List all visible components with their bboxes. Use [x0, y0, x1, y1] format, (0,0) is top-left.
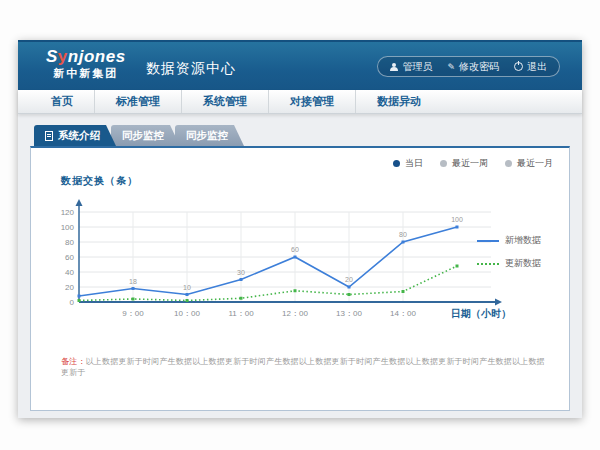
range-option-0[interactable]: 当日	[393, 157, 423, 170]
svg-text:9：00: 9：00	[122, 309, 144, 318]
range-option-label: 最近一周	[452, 157, 488, 170]
legend-item-updated-data: 更新数据	[477, 257, 559, 270]
logout-button[interactable]: 退出	[514, 60, 547, 74]
brand-logo: Synjones 新中新集团	[46, 48, 126, 79]
tab-label: 系统介绍	[58, 125, 100, 146]
document-icon	[45, 131, 53, 141]
svg-text:30: 30	[237, 269, 245, 276]
range-option-1[interactable]: 最近一周	[440, 157, 488, 170]
footnote-prefix: 备注：	[61, 357, 86, 366]
nav-item-4[interactable]: 数据异动	[356, 90, 442, 113]
userbar-item-label: 修改密码	[459, 60, 499, 74]
svg-text:40: 40	[65, 268, 74, 277]
brand-logo-text: Synjones	[46, 48, 126, 67]
legend-label: 更新数据	[505, 257, 541, 270]
footnote-text: 以上数据更新于时间产生数据以上数据更新于时间产生数据以上数据更新于时间产生数据以…	[61, 357, 545, 377]
admin-user-button[interactable]: 管理员	[390, 60, 432, 74]
svg-text:14：00: 14：00	[390, 309, 416, 318]
footnote: 备注：以上数据更新于时间产生数据以上数据更新于时间产生数据以上数据更新于时间产生…	[61, 356, 551, 378]
user-icon	[390, 63, 398, 71]
content-area: 系统介绍同步监控同步监控 当日最近一周最近一月 数据交换（条） 02040608…	[18, 114, 582, 418]
tab-2[interactable]: 同步监控	[175, 125, 244, 146]
svg-text:80: 80	[399, 231, 407, 238]
nav-item-1[interactable]: 标准管理	[95, 90, 182, 113]
app-header: Synjones 新中新集团 数据资源中心 管理员✎修改密码退出	[18, 40, 582, 90]
tab-label: 同步监控	[186, 125, 228, 146]
userbar-item-label: 管理员	[402, 60, 432, 74]
nav-item-2[interactable]: 系统管理	[182, 90, 269, 113]
tab-label: 同步监控	[122, 125, 164, 146]
nav-item-3[interactable]: 对接管理	[269, 90, 356, 113]
svg-text:100: 100	[61, 223, 75, 232]
svg-text:20: 20	[65, 283, 74, 292]
svg-text:80: 80	[65, 238, 74, 247]
svg-text:12：00: 12：00	[282, 309, 308, 318]
tab-bar: 系统介绍同步监控同步监控	[34, 125, 582, 146]
blue-line-sample	[477, 240, 499, 242]
radio-icon	[393, 160, 400, 167]
svg-text:13：00: 13：00	[336, 309, 362, 318]
change-password-button[interactable]: ✎修改密码	[447, 60, 499, 74]
userbar-item-label: 退出	[527, 60, 547, 74]
brand-logo-subtext: 新中新集团	[46, 67, 126, 79]
chart-panel: 当日最近一周最近一月 数据交换（条） 0204060801001209：0010…	[30, 146, 570, 411]
tab-0[interactable]: 系统介绍	[34, 125, 116, 146]
page-title: 数据资源中心	[146, 60, 236, 78]
svg-text:18: 18	[129, 278, 137, 285]
tab-1[interactable]: 同步监控	[111, 125, 180, 146]
svg-text:11：00: 11：00	[228, 309, 254, 318]
radio-icon	[505, 160, 512, 167]
brand-logo-accent: y	[58, 47, 68, 66]
line-chart: 0204060801001209：0010：0011：0012：0013：001…	[43, 190, 513, 342]
radio-icon	[440, 160, 447, 167]
svg-text:0: 0	[70, 298, 75, 307]
app-window: Synjones 新中新集团 数据资源中心 管理员✎修改密码退出 首页标准管理系…	[18, 40, 582, 418]
svg-text:10：00: 10：00	[174, 309, 200, 318]
svg-text:60: 60	[65, 253, 74, 262]
series-legend: 新增数据 更新数据	[477, 234, 559, 280]
user-toolbar: 管理员✎修改密码退出	[377, 56, 560, 77]
svg-text:60: 60	[291, 246, 299, 253]
power-icon	[514, 62, 523, 71]
svg-text:日期（小时）: 日期（小时）	[451, 308, 511, 319]
nav-item-0[interactable]: 首页	[30, 90, 95, 113]
green-dotted-line-sample	[477, 263, 499, 265]
main-nav: 首页标准管理系统管理对接管理数据异动	[18, 90, 582, 114]
svg-text:20: 20	[345, 276, 353, 283]
svg-text:100: 100	[451, 216, 463, 223]
legend-label: 新增数据	[505, 234, 541, 247]
svg-text:120: 120	[61, 208, 75, 217]
legend-item-new-data: 新增数据	[477, 234, 559, 247]
range-selector: 当日最近一周最近一月	[393, 157, 553, 170]
svg-text:10: 10	[183, 284, 191, 291]
range-option-label: 当日	[405, 157, 423, 170]
range-option-2[interactable]: 最近一月	[505, 157, 553, 170]
edit-icon: ✎	[447, 62, 455, 72]
y-axis-title: 数据交换（条）	[61, 174, 138, 188]
range-option-label: 最近一月	[517, 157, 553, 170]
